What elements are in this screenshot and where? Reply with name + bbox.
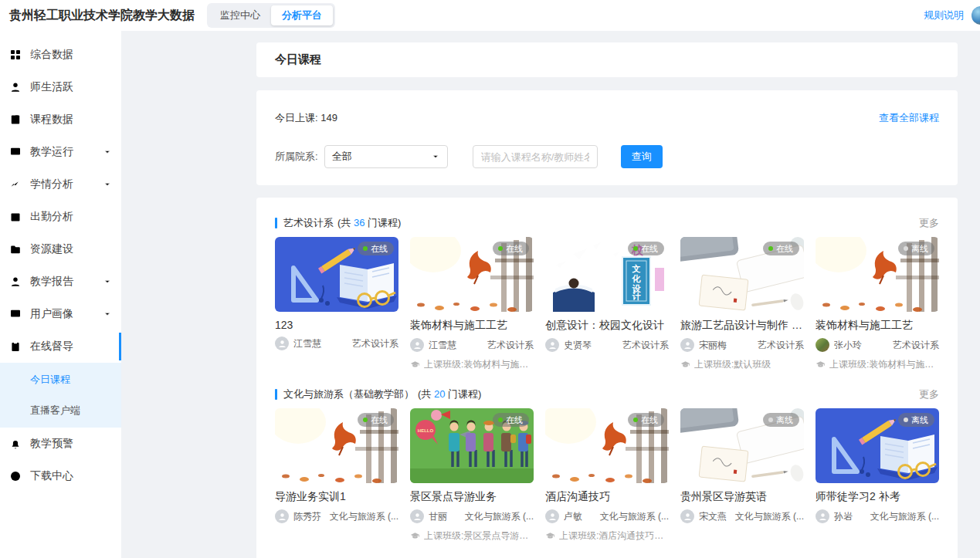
search-button[interactable]: 查询 <box>621 145 663 168</box>
grid-icon <box>9 49 22 61</box>
class-info-text: 上课班级:景区景点导游业务_2021... <box>424 529 534 543</box>
course-card[interactable]: 在线 装饰材料与施工工艺 江雪慧 艺术设计系 上课班级:装饰材料与施工工艺_20… <box>410 237 534 371</box>
course-title: 123 <box>275 319 398 331</box>
teacher-avatar <box>816 338 829 352</box>
department-name: 文化与旅游系 (... <box>465 510 534 523</box>
chevron-down-icon <box>103 147 112 157</box>
status-label: 在线 <box>641 414 658 426</box>
sidebar-item[interactable]: 用户画像 <box>0 298 121 330</box>
sidebar-item-label: 资源建设 <box>30 242 112 256</box>
status-label: 离线 <box>776 414 793 426</box>
filter-row: 所属院系: 全部 查询 <box>275 145 939 168</box>
view-all-courses-link[interactable]: 查看全部课程 <box>879 111 939 125</box>
status-dot-icon <box>498 246 503 251</box>
status-dot-icon <box>633 246 638 251</box>
course-search-input[interactable] <box>473 145 598 168</box>
status-dot-icon <box>904 246 908 251</box>
graduation-cap-icon <box>816 360 826 370</box>
course-card[interactable]: 离线 师带徒学习2 补考 孙岩 文化与旅游系 (... <box>816 408 939 543</box>
department-name: 艺术设计系 <box>487 339 534 352</box>
department-select-value: 全部 <box>332 150 352 164</box>
course-thumbnail: 在线 <box>545 408 669 483</box>
status-badge: 离线 <box>763 413 799 427</box>
course-card[interactable]: 在线 景区景点导游业务 甘丽 文化与旅游系 (... 上课班级:景区景点导游业务… <box>410 408 534 543</box>
course-title: 酒店沟通技巧 <box>545 490 669 504</box>
sidebar-subitem[interactable]: 今日课程 <box>0 364 121 395</box>
status-label: 离线 <box>911 414 928 426</box>
teacher-avatar <box>680 509 694 523</box>
user-avatar[interactable] <box>972 6 980 25</box>
course-thumbnail: 在线 <box>680 237 804 312</box>
graduation-cap-icon <box>680 360 690 370</box>
platform-tabs: 监控中心分析平台 <box>207 3 335 28</box>
sidebar-item[interactable]: 课程数据 <box>0 103 121 136</box>
person-icon <box>818 512 828 522</box>
sections-container: 艺术设计系 (共 36 门课程) 更多 在线 123 江雪慧 艺术设计系 在线 … <box>275 216 939 558</box>
sidebar-item[interactable]: 综合数据 <box>0 39 121 71</box>
sidebar-item[interactable]: 资源建设 <box>0 233 121 265</box>
header-right: 规则说明 <box>924 6 980 25</box>
graduation-cap-icon <box>410 531 420 541</box>
department-name: 艺术设计系 <box>622 339 669 352</box>
section-more-link[interactable]: 更多 <box>919 216 939 230</box>
status-label: 在线 <box>371 414 388 426</box>
course-card[interactable]: 在线 创意设计：校园文化设计 史贤琴 艺术设计系 <box>545 237 669 371</box>
course-meta: 张小玲 艺术设计系 <box>816 338 939 352</box>
today-label: 今日上课: <box>275 112 318 123</box>
course-card[interactable]: 在线 旅游工艺品设计与制作 (2020... 宋丽梅 艺术设计系 上课班级:默认… <box>680 237 804 371</box>
course-card[interactable]: 在线 123 江雪慧 艺术设计系 <box>275 237 398 371</box>
sidebar-item[interactable]: 下载中心 <box>0 460 121 492</box>
course-card[interactable]: 在线 导游业务实训1 陈秀芬 文化与旅游系 (... <box>275 408 398 543</box>
course-card[interactable]: 在线 酒店沟通技巧 卢敏 文化与旅游系 (... 上课班级:酒店沟通技巧_202… <box>545 408 669 543</box>
teacher-avatar <box>680 338 694 352</box>
course-meta: 江雪慧 艺术设计系 <box>410 338 534 352</box>
sidebar-item[interactable]: 教学预警 <box>0 428 121 460</box>
department-select[interactable]: 全部 <box>324 145 448 168</box>
sidebar-subitem[interactable]: 直播客户端 <box>0 395 121 426</box>
status-label: 在线 <box>371 243 388 255</box>
page-title: 今日课程 <box>275 52 321 67</box>
sidebar-item[interactable]: 教学运行 <box>0 136 121 168</box>
department-name: 文化与旅游系 (... <box>330 510 398 523</box>
teacher-avatar <box>545 338 559 352</box>
sidebar-item[interactable]: 学情分析 <box>0 168 121 201</box>
platform-tab[interactable]: 监控中心 <box>209 5 271 25</box>
status-dot-icon <box>498 418 503 422</box>
course-title: 创意设计：校园文化设计 <box>545 319 669 333</box>
sidebar-item[interactable]: 在线督导 <box>0 330 121 363</box>
sidebar: 综合数据 师生活跃 课程数据 教学运行 学情分析 出勤分析 资源建设 教学报告 … <box>0 31 121 558</box>
platform-tab[interactable]: 分析平台 <box>271 5 333 25</box>
course-meta: 甘丽 文化与旅游系 (... <box>410 509 534 523</box>
sidebar-item[interactable]: 师生活跃 <box>0 71 121 103</box>
sidebar-item-label: 教学预警 <box>30 437 112 451</box>
sidebar-item-label: 用户画像 <box>30 307 103 321</box>
chevron-down-icon <box>103 309 112 319</box>
bell-icon <box>9 438 22 450</box>
course-card[interactable]: 离线 装饰材料与施工工艺 张小玲 艺术设计系 上课班级:装饰材料与施工工艺_20… <box>816 237 939 371</box>
app-title: 贵州轻工职业技术学院教学大数据 <box>9 8 195 24</box>
section-title: 文化与旅游系（基础教学部） <box>283 387 414 401</box>
status-badge: 离线 <box>898 413 934 427</box>
course-card[interactable]: 离线 贵州景区导游英语 宋文燕 文化与旅游系 (... <box>680 408 804 543</box>
course-meta: 卢敏 文化与旅游系 (... <box>545 509 669 523</box>
teacher-name: 江雪慧 <box>429 339 484 352</box>
course-grid: 在线 123 江雪慧 艺术设计系 在线 装饰材料与施工工艺 江雪慧 艺术设计系 … <box>275 237 939 371</box>
teacher-name: 卢敏 <box>564 510 597 523</box>
section-more-link[interactable]: 更多 <box>919 387 939 401</box>
sidebar-item-label: 师生活跃 <box>30 80 112 94</box>
status-dot-icon <box>633 418 638 422</box>
sidebar-item-label: 教学运行 <box>30 145 103 159</box>
person-icon <box>412 512 422 522</box>
sidebar-item[interactable]: 教学报告 <box>0 265 121 298</box>
rules-link[interactable]: 规则说明 <box>924 8 964 22</box>
sidebar-submenu: 今日课程直播客户端 <box>0 363 121 428</box>
sidebar-item[interactable]: 出勤分析 <box>0 201 121 233</box>
sidebar-item-label: 教学报告 <box>30 275 103 289</box>
status-label: 在线 <box>641 243 658 255</box>
course-grid: 在线 导游业务实训1 陈秀芬 文化与旅游系 (... 在线 景区景点导游业务 甘… <box>275 408 939 543</box>
teacher-name: 江雪慧 <box>293 337 349 350</box>
chart-icon <box>9 178 22 191</box>
teacher-name: 陈秀芬 <box>293 510 327 523</box>
clipboard-icon <box>9 340 22 353</box>
course-thumbnail: 在线 <box>410 408 534 483</box>
